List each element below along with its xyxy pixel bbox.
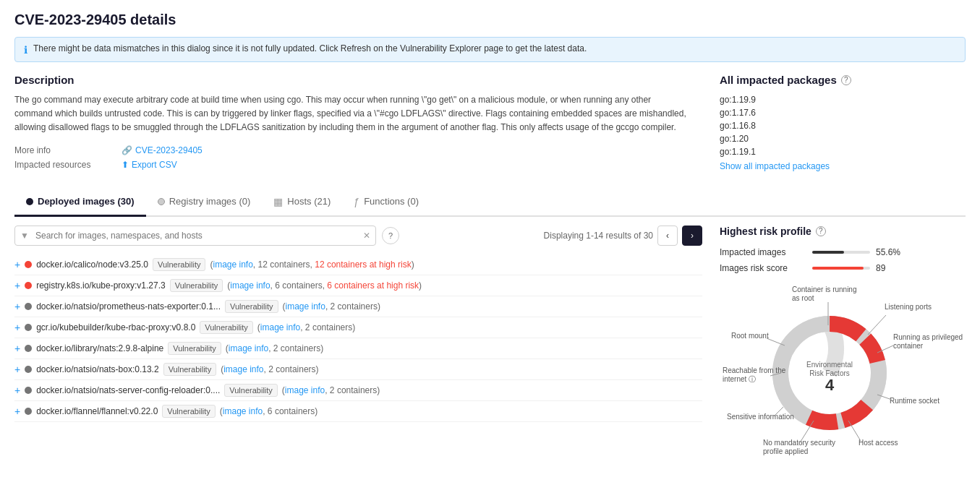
more-info-label: More info — [14, 145, 116, 155]
status-dot-1 — [25, 282, 32, 289]
image-info-link-3[interactable]: image info — [260, 322, 300, 332]
high-risk-link-1[interactable]: 6 containers at high risk — [327, 280, 419, 291]
add-button-7[interactable]: + — [14, 406, 20, 416]
tab-label-hosts: Hosts (21) — [287, 196, 331, 207]
impacted-resources-label: Impacted resources — [14, 160, 116, 170]
image-name-3: gcr.io/kubebuilder/kube-rbac-proxy:v0.8.… — [36, 322, 195, 332]
risk-profile-help-icon[interactable]: ? — [816, 226, 826, 236]
add-button-4[interactable]: + — [14, 343, 20, 353]
tab-dot-registry — [158, 198, 165, 205]
label-container-root: Container is running — [792, 286, 857, 293]
label-listening: Listening ports — [885, 303, 932, 311]
label-root-mount: Root mount — [731, 332, 769, 340]
image-meta-0: (image info, 12 containers, 12 container… — [210, 259, 414, 270]
image-list: + docker.io/calico/node:v3.25.0 Vulnerab… — [14, 254, 702, 422]
info-icon: ℹ — [24, 44, 27, 56]
tab-functions[interactable]: ƒ Functions (0) — [342, 189, 430, 217]
image-name-7: docker.io/flannel/flannel:v0.22.0 — [36, 406, 158, 416]
package-item: go:1.16.8 — [720, 119, 966, 132]
package-item: go:1.19.9 — [720, 93, 966, 106]
metric-label-impacted: Impacted images — [720, 247, 806, 257]
image-row: + registry.k8s.io/kube-proxy:v1.27.3 Vul… — [14, 275, 702, 296]
badge-5: Vulnerability — [163, 363, 217, 376]
add-button-5[interactable]: + — [14, 364, 20, 374]
badge-0: Vulnerability — [153, 258, 206, 271]
search-help-button[interactable]: ? — [382, 227, 399, 244]
description-heading: Description — [14, 74, 691, 86]
packages-list: go:1.19.9 go:1.17.6 go:1.16.8 go:1.20 go… — [720, 93, 966, 158]
status-dot-3 — [25, 324, 32, 331]
export-icon: ⬆ — [122, 160, 129, 170]
progress-fill-risk-score — [812, 267, 864, 270]
image-meta-4: (image info, 2 containers) — [226, 343, 323, 353]
image-info-link-2[interactable]: image info — [286, 301, 325, 312]
tab-deployed-images[interactable]: Deployed images (30) — [14, 189, 146, 217]
package-item: go:1.17.6 — [720, 106, 966, 119]
pagination-info: Displaying 1-14 results of 30 ‹ › — [544, 226, 702, 246]
search-clear-icon[interactable]: ✕ — [363, 231, 370, 241]
add-button-6[interactable]: + — [14, 385, 20, 395]
image-info-link-4[interactable]: image info — [229, 343, 268, 353]
tab-label-registry: Registry images (0) — [169, 196, 251, 207]
label-no-sec2: profile applied — [763, 447, 808, 455]
add-button-0[interactable]: + — [14, 259, 20, 270]
show-all-packages-link[interactable]: Show all impacted packages — [720, 161, 966, 171]
progress-bar-risk-score — [812, 267, 870, 270]
banner-text: There might be data mismatches in this d… — [33, 43, 587, 53]
add-button-1[interactable]: + — [14, 280, 20, 291]
image-info-link-6[interactable]: image info — [285, 385, 325, 395]
badge-7: Vulnerability — [162, 405, 216, 418]
label-host-access: Host access — [858, 439, 898, 447]
image-meta-1: (image info, 6 containers, 6 containers … — [227, 280, 422, 291]
badge-3: Vulnerability — [200, 321, 253, 334]
description-text: The go command may execute arbitrary cod… — [14, 93, 691, 135]
image-name-2: docker.io/natsio/prometheus-nats-exporte… — [36, 301, 221, 312]
image-info-link-0[interactable]: image info — [213, 259, 252, 270]
add-button-2[interactable]: + — [14, 301, 20, 312]
next-page-button[interactable]: › — [682, 226, 702, 246]
add-button-3[interactable]: + — [14, 322, 20, 332]
label-sensitive: Sensitive information — [727, 413, 794, 421]
image-info-link-1[interactable]: image info — [230, 280, 270, 291]
image-row: + docker.io/library/nats:2.9.8-alpine Vu… — [14, 338, 702, 359]
image-info-link-7[interactable]: image info — [223, 406, 263, 416]
risk-chart-area: Environmental Risk Factors 4 Container i… — [720, 280, 951, 454]
label-container-root2: as root — [792, 294, 814, 302]
link-icon: 🔗 — [122, 145, 132, 155]
tab-label-deployed: Deployed images (30) — [38, 196, 135, 207]
more-info-link[interactable]: 🔗 CVE-2023-29405 — [122, 145, 203, 155]
image-info-link-5[interactable]: image info — [223, 364, 263, 374]
label-privileged: Running as privileged — [893, 333, 963, 341]
progress-fill-impacted — [812, 251, 844, 254]
image-name-1: registry.k8s.io/kube-proxy:v1.27.3 — [36, 280, 166, 291]
badge-4: Vulnerability — [168, 342, 221, 355]
tabs-row: Deployed images (30) Registry images (0)… — [14, 189, 966, 217]
progress-bar-impacted — [812, 251, 870, 254]
label-reachable1: Reachable from the — [723, 366, 786, 374]
label-no-sec1: No mandatory security — [763, 439, 835, 447]
search-wrapper: ▼ ✕ — [14, 226, 376, 246]
tab-registry-images[interactable]: Registry images (0) — [146, 189, 263, 217]
search-bar-row: ▼ ✕ ? Displaying 1-14 results of 30 ‹ › — [14, 217, 702, 254]
metric-label-risk-score: Images risk score — [720, 263, 806, 273]
label-runtime: Runtime socket — [890, 397, 939, 405]
page-title: CVE-2023-29405 details — [14, 12, 966, 28]
tab-hosts[interactable]: ▦ Hosts (21) — [262, 189, 342, 217]
search-input[interactable] — [14, 226, 376, 246]
packages-help-icon[interactable]: ? — [841, 75, 851, 85]
prev-page-button[interactable]: ‹ — [657, 226, 678, 246]
package-item: go:1.20 — [720, 132, 966, 145]
export-csv-link[interactable]: ⬆ Export CSV — [122, 160, 177, 170]
status-dot-4 — [25, 345, 32, 352]
image-row: + docker.io/flannel/flannel:v0.22.0 Vuln… — [14, 401, 702, 422]
high-risk-link-0[interactable]: 12 containers at high risk — [315, 259, 411, 270]
chart-center-number: 4 — [825, 376, 835, 394]
status-dot-6 — [25, 387, 32, 394]
risk-profile-panel: Highest risk profile ? Impacted images 5… — [720, 217, 966, 454]
metric-row-risk-score: Images risk score 89 — [720, 263, 966, 273]
image-row: + docker.io/natsio/nats-server-config-re… — [14, 380, 702, 401]
image-name-4: docker.io/library/nats:2.9.8-alpine — [36, 343, 163, 353]
tab-dot-deployed — [26, 198, 33, 205]
image-meta-2: (image info, 2 containers) — [283, 301, 380, 312]
status-dot-0 — [25, 261, 32, 268]
